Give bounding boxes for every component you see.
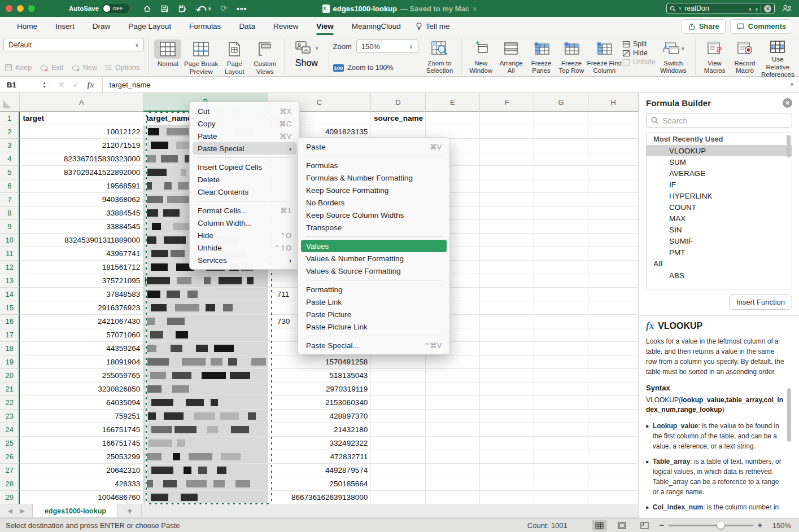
cell-G10[interactable] [534, 234, 589, 247]
cell-D28[interactable] [371, 477, 426, 491]
cell-A19[interactable]: 18091904 [20, 355, 143, 369]
home-icon[interactable] [143, 5, 151, 13]
row-header-10[interactable]: 10 [0, 234, 20, 247]
paste-special-item-paste-picture-link[interactable]: Paste Picture Link [301, 320, 447, 333]
view-macros-button[interactable]: View Macros [700, 38, 730, 75]
cell-F22[interactable] [480, 396, 534, 410]
cell-B27[interactable] [143, 464, 268, 477]
column-header-A[interactable]: A [20, 93, 143, 112]
cell-E25[interactable] [426, 437, 481, 450]
detail-scrollbar[interactable] [787, 388, 791, 442]
cell-F2[interactable] [480, 125, 534, 139]
function-item-sum[interactable]: SUM [647, 156, 792, 168]
cell-D20[interactable] [371, 369, 426, 382]
cell-E26[interactable] [426, 450, 481, 464]
function-item-vlookup[interactable]: VLOOKUP [647, 145, 792, 156]
cell-H14[interactable] [588, 288, 639, 301]
cell-A20[interactable]: 255059765 [20, 369, 143, 382]
cell-G21[interactable] [534, 382, 589, 396]
cell-C19[interactable]: 1570491258 [268, 355, 371, 369]
row-header-25[interactable]: 25 [0, 437, 20, 450]
cell-G22[interactable] [534, 396, 589, 410]
tab-insert[interactable]: Insert [46, 17, 84, 36]
cell-C28[interactable]: 250185664 [268, 477, 371, 491]
cell-B24[interactable] [143, 423, 268, 437]
search-input[interactable]: realDon [684, 5, 746, 12]
row-header-5[interactable]: 5 [0, 166, 20, 179]
cell-H11[interactable] [588, 247, 639, 261]
function-item-sin[interactable]: SIN [647, 224, 792, 235]
cell-A4[interactable]: 823367015830323000 [20, 152, 143, 166]
cell-A23[interactable]: 759251 [20, 410, 143, 423]
page-break-view-toggle[interactable] [637, 520, 652, 531]
cell-A2[interactable]: 10012122 [20, 125, 143, 139]
record-macro-button[interactable]: Record Macro [730, 38, 759, 75]
cell-A5[interactable]: 837029241522892000 [20, 166, 143, 179]
cancel-icon[interactable]: ✕ [58, 80, 65, 89]
custom-views-button[interactable]: Custom Views [250, 38, 280, 76]
cell-G17[interactable] [534, 328, 589, 342]
cell-A7[interactable]: 940368062 [20, 193, 143, 206]
cell-A14[interactable]: 37848583 [20, 288, 143, 301]
paste-special-item-paste-link[interactable]: Paste Link [301, 296, 447, 308]
cell-C26[interactable]: 472832711 [268, 450, 371, 464]
cell-C25[interactable]: 332492322 [268, 437, 371, 450]
cell-A26[interactable]: 25053299 [20, 450, 143, 464]
cell-A22[interactable]: 64035094 [20, 396, 143, 410]
context-menu-item-hide[interactable]: Hide⌃O [193, 229, 296, 241]
column-header-H[interactable]: H [588, 93, 639, 112]
name-box-stepper[interactable]: ▲▼ [43, 81, 50, 89]
more-commands-icon[interactable]: ••• [237, 4, 247, 14]
function-item-count[interactable]: COUNT [647, 201, 792, 213]
function-search-field[interactable]: Search [646, 113, 792, 128]
zoom-out-icon[interactable]: − [660, 521, 664, 530]
tab-draw[interactable]: Draw [84, 17, 120, 36]
row-header-3[interactable]: 3 [0, 139, 20, 152]
cell-G20[interactable] [534, 369, 589, 382]
paste-special-item-paste-special[interactable]: Paste Special...⌃⌘V [301, 339, 447, 351]
cell-D24[interactable] [371, 423, 426, 437]
row-header-12[interactable]: 12 [0, 261, 20, 274]
close-window-button[interactable] [6, 5, 12, 12]
normal-view-toggle[interactable] [592, 520, 607, 531]
cell-F6[interactable] [480, 179, 534, 193]
cell-H10[interactable] [588, 234, 639, 247]
cell-G8[interactable] [534, 206, 589, 220]
cell-A16[interactable]: 2421067430 [20, 315, 143, 328]
cell-D22[interactable] [371, 396, 426, 410]
cell-E19[interactable] [426, 355, 481, 369]
undo-icon[interactable]: ⤺∨ [196, 3, 211, 14]
paste-special-item-formatting[interactable]: Formatting [301, 283, 447, 296]
freeze-panes-button[interactable]: ✳ Freeze Panes [526, 38, 556, 75]
row-header-27[interactable]: 27 [0, 464, 20, 477]
cell-G26[interactable] [534, 450, 589, 464]
comments-button[interactable]: Comments [730, 19, 792, 34]
zoom-slider-thumb[interactable] [717, 521, 725, 529]
cell-G23[interactable] [534, 410, 589, 423]
paste-special-item-values-source-formatting[interactable]: Values & Source Formatting [301, 265, 447, 277]
cell-C29[interactable]: 866736162639138000 [268, 491, 371, 504]
exit-sheet-view-button[interactable]: Exit [40, 64, 63, 72]
row-header-2[interactable]: 2 [0, 125, 20, 139]
cell-H1[interactable] [588, 112, 639, 125]
context-menu-item-insert-copied-cells[interactable]: Insert Copied Cells [193, 161, 296, 173]
title-chevron-icon[interactable]: ∨ [473, 6, 477, 12]
cell-H27[interactable] [588, 464, 639, 477]
cell-H29[interactable] [588, 491, 639, 504]
row-header-18[interactable]: 18 [0, 342, 20, 355]
tell-me-button[interactable]: Tell me [410, 22, 456, 30]
row-header-8[interactable]: 8 [0, 206, 20, 220]
add-sheet-button[interactable]: + [118, 504, 142, 517]
search-field[interactable]: ∨ realDon ‹ › ✕ [666, 3, 775, 14]
minimize-window-button[interactable] [17, 5, 24, 12]
cell-H9[interactable] [588, 220, 639, 234]
cell-H26[interactable] [588, 450, 639, 464]
row-header-28[interactable]: 28 [0, 477, 20, 491]
row-header-9[interactable]: 9 [0, 220, 20, 234]
cell-G28[interactable] [534, 477, 589, 491]
row-header-1[interactable]: 1 [0, 112, 20, 125]
zoom-to-selection-button[interactable]: Zoom to Selection [422, 38, 457, 75]
function-list-scrollbar[interactable] [787, 135, 791, 157]
cell-H25[interactable] [588, 437, 639, 450]
paste-special-item-no-borders[interactable]: No Borders [301, 196, 447, 209]
